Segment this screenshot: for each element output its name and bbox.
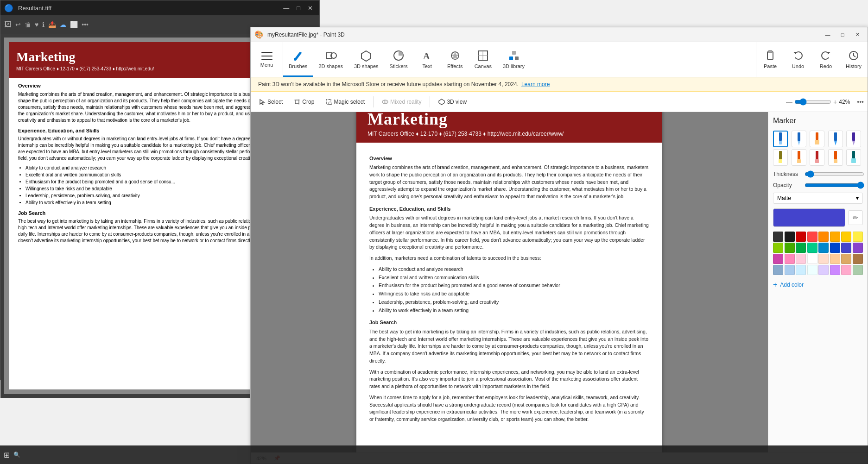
color-cell[interactable] [796, 232, 806, 242]
brush-marker5[interactable] [846, 131, 861, 147]
svg-marker-14 [793, 52, 796, 55]
color-cell[interactable] [853, 265, 863, 275]
color-cell[interactable] [818, 243, 829, 253]
color-cell[interactable] [830, 243, 840, 253]
bg-tool-icon3[interactable]: 🗑 [25, 21, 31, 28]
brush-marker2[interactable] [792, 131, 806, 147]
color-cell[interactable] [785, 265, 795, 275]
toolbar-undo[interactable]: Undo [784, 42, 812, 77]
list-item: Ability to work effectively in a team se… [379, 307, 649, 314]
toolbar-3d-shapes[interactable]: 3D shapes [348, 42, 384, 77]
color-cell[interactable] [796, 254, 806, 264]
bg-tool-icon4[interactable]: ♥ [35, 21, 38, 28]
taskbar: ⊞ 🔍 [0, 445, 868, 464]
toolbar-paste[interactable]: Paste [756, 42, 784, 77]
bg-close-btn[interactable]: ✕ [305, 4, 316, 13]
bg-cloud-icon[interactable]: ☁ [60, 21, 66, 28]
brush-marker9[interactable] [828, 149, 843, 166]
bg-more-icon[interactable]: ••• [82, 21, 89, 28]
color-cell[interactable] [785, 232, 795, 242]
color-cell[interactable] [773, 243, 783, 253]
color-cell[interactable] [818, 254, 829, 264]
color-cell[interactable] [773, 265, 783, 275]
bg-tool-icon6[interactable]: 📤 [48, 21, 56, 28]
brush-marker4[interactable] [828, 131, 843, 147]
color-cell[interactable] [785, 243, 795, 253]
color-cell[interactable] [853, 243, 863, 253]
3d-library-label: 3D library [503, 63, 525, 69]
brush-marker8[interactable] [810, 149, 824, 166]
selected-color-swatch[interactable] [773, 208, 845, 227]
toolbar-history[interactable]: History [840, 42, 868, 77]
toolbar-2d-shapes[interactable]: 2D shapes [313, 42, 348, 77]
menu-button[interactable]: Menu [251, 42, 283, 77]
bg-tool-icon7[interactable]: ⬜ [70, 21, 78, 28]
color-cell[interactable] [841, 232, 851, 242]
color-cell[interactable] [796, 243, 806, 253]
toolbar-effects[interactable]: Effects [441, 42, 469, 77]
bg-minimize-btn[interactable]: — [280, 4, 292, 13]
crop-button[interactable]: Crop [289, 94, 319, 109]
toolbar-stickers[interactable]: Stickers [384, 42, 413, 77]
magic-select-button[interactable]: Magic select [321, 94, 369, 109]
brush-marker10[interactable] [846, 149, 861, 166]
mixed-reality-button[interactable]: Mixed reality [377, 94, 426, 109]
toolbar-text[interactable]: A Text [413, 42, 441, 77]
bg-tool-icon5[interactable]: ℹ [42, 21, 44, 28]
bg-tool-icon1[interactable]: 🖼 [4, 20, 12, 29]
color-cell[interactable] [807, 232, 817, 242]
color-cell[interactable] [818, 232, 829, 242]
color-cell[interactable] [830, 232, 840, 242]
color-cell[interactable] [807, 265, 817, 275]
brush-marker1[interactable] [773, 131, 788, 147]
minimize-button[interactable]: — [821, 30, 834, 39]
close-button[interactable]: ✕ [851, 30, 864, 39]
color-cell[interactable] [796, 265, 806, 275]
canvas-combo-text: With a combination of academic performan… [369, 369, 649, 390]
toolbar-canvas[interactable]: Canvas [469, 42, 497, 77]
brush-marker7[interactable] [792, 149, 806, 166]
thickness-slider[interactable] [805, 170, 864, 178]
zoom-slider[interactable] [794, 98, 831, 106]
color-cell[interactable] [773, 232, 783, 242]
zoom-more-icon[interactable]: ••• [857, 98, 864, 106]
color-cell[interactable] [853, 254, 863, 264]
hamburger-line2 [261, 56, 272, 56]
bg-tool-icon2[interactable]: ↩ [15, 21, 21, 28]
taskbar-start-icon[interactable]: ⊞ [4, 451, 10, 459]
color-cell[interactable] [841, 254, 851, 264]
view-3d-button[interactable]: 3D view [434, 94, 471, 109]
color-cell[interactable] [830, 254, 840, 264]
bg-maximize-btn[interactable]: □ [294, 4, 303, 13]
taskbar-search-icon[interactable]: 🔍 [13, 451, 20, 458]
toolbar-brushes[interactable]: Brushes [283, 42, 313, 77]
canvas-exp-text: Undergraduates with or without degrees i… [369, 214, 649, 251]
color-cell[interactable] [807, 243, 817, 253]
svg-rect-25 [779, 132, 782, 141]
brush-marker3[interactable] [810, 131, 824, 147]
svg-marker-15 [828, 52, 830, 55]
toolbar-redo[interactable]: Redo [812, 42, 840, 77]
color-edit-button[interactable]: ✏ [848, 210, 863, 225]
maximize-button[interactable]: □ [836, 30, 849, 39]
color-cell[interactable] [807, 254, 817, 264]
zoom-plus-icon[interactable]: + [833, 98, 837, 106]
undo-icon [792, 49, 805, 62]
finish-dropdown[interactable]: Matte ▾ [773, 193, 863, 204]
color-cell[interactable] [818, 265, 829, 275]
color-cell[interactable] [853, 232, 863, 242]
color-cell[interactable] [841, 265, 851, 275]
canvas-area[interactable]: Marketing MIT Careers Office ♦ 12-170 ♦ … [251, 112, 768, 452]
select-button[interactable]: Select [254, 94, 287, 109]
add-color-button[interactable]: + Add color [773, 279, 863, 291]
toolbar-3d-library[interactable]: 3D library [497, 42, 530, 77]
redo-icon [819, 49, 832, 62]
color-cell[interactable] [773, 254, 783, 264]
opacity-slider[interactable] [805, 182, 864, 189]
brush-marker6[interactable] [773, 149, 788, 166]
color-cell[interactable] [785, 254, 795, 264]
color-cell[interactable] [830, 265, 840, 275]
color-cell[interactable] [841, 243, 851, 253]
learn-more-link[interactable]: Learn more [521, 81, 550, 88]
zoom-minus-icon[interactable]: — [786, 98, 792, 106]
